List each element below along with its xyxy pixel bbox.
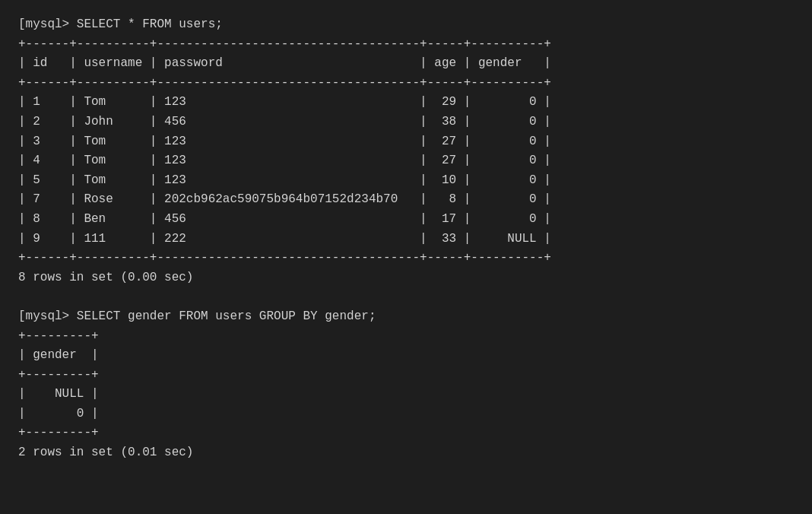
sep2-3: +---------+ xyxy=(18,424,794,443)
rowcount1: 8 rows in set (0.00 sec) xyxy=(18,268,794,288)
query1-line: [mysql> SELECT * FROM users; xyxy=(18,15,794,35)
table-row: | 7 | Rose | 202cb962ac59075b964b07152d2… xyxy=(18,190,794,210)
table-row: | 8 | Ben | 456 | 17 | 0 | xyxy=(18,210,794,230)
query2-line: [mysql> SELECT gender FROM users GROUP B… xyxy=(18,307,794,327)
terminal-output: [mysql> SELECT * FROM users; +------+---… xyxy=(18,15,794,463)
empty-line-1 xyxy=(18,287,794,307)
table-row: | 5 | Tom | 123 | 10 | 0 | xyxy=(18,171,794,191)
table-row: | NULL | xyxy=(18,385,794,405)
separator-top: +------+----------+---------------------… xyxy=(18,35,794,55)
table-row: | 1 | Tom | 123 | 29 | 0 | xyxy=(18,93,794,113)
rowcount2: 2 rows in set (0.01 sec) xyxy=(18,443,794,463)
separator-header: +------+----------+---------------------… xyxy=(18,74,794,94)
table-row: | 9 | 111 | 222 | 33 | NULL | xyxy=(18,230,794,249)
table-row: | 2 | John | 456 | 38 | 0 | xyxy=(18,113,794,132)
table-row: | 3 | Tom | 123 | 27 | 0 | xyxy=(18,132,794,152)
table-header: | id | username | password | age | gende… xyxy=(18,54,794,74)
table-rows-1: | 1 | Tom | 123 | 29 | 0 || 2 | John | 4… xyxy=(18,93,794,249)
table-header-2: | gender | xyxy=(18,346,794,366)
table-rows-2: | NULL || 0 | xyxy=(18,385,794,424)
separator-bottom: +------+----------+---------------------… xyxy=(18,249,794,268)
table-row: | 4 | Tom | 123 | 27 | 0 | xyxy=(18,151,794,171)
sep2-2: +---------+ xyxy=(18,366,794,386)
sep2-1: +---------+ xyxy=(18,327,794,347)
table-row: | 0 | xyxy=(18,405,794,424)
